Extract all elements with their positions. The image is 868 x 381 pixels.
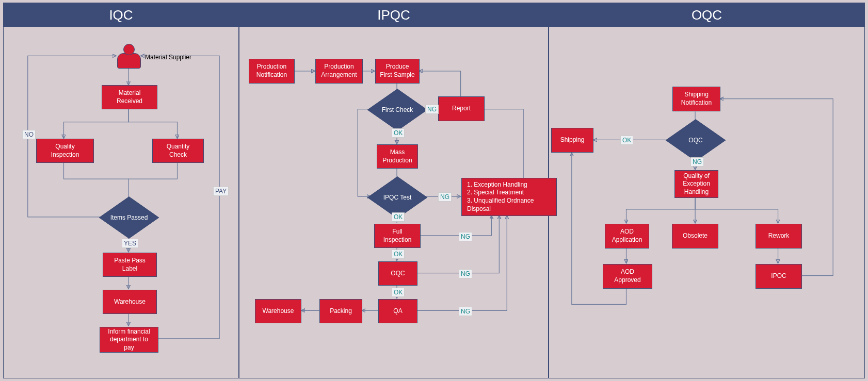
node-oqc-ipqc: OQC: [378, 261, 417, 286]
swimlane-oqc: OQC Shipping Notification OQC Shipping: [549, 3, 865, 378]
swimlane-iqc-header: IQC: [4, 3, 238, 27]
node-report: Report: [438, 96, 485, 121]
node-warehouse-iqc: Warehouse: [103, 290, 157, 314]
node-items-passed: Items Passed: [103, 202, 155, 233]
actor-material-supplier-label: Material Supplier: [145, 54, 191, 61]
node-produce-first-sample: Produce First Sample: [375, 59, 420, 84]
edge-ipqc-test-ng: NG: [438, 192, 452, 202]
edge-label-yes: YES: [122, 239, 138, 248]
swimlane-oqc-header: OQC: [549, 3, 864, 27]
node-warehouse-ipqc: Warehouse: [255, 299, 301, 323]
node-exception-handling: 1. Exception Handling 2. Special Treatme…: [461, 178, 557, 216]
swimlane-ipqc-header: IPQC: [239, 3, 548, 27]
node-ipqc-test: IPQC Test: [372, 182, 423, 213]
edge-ipqc-test-ok: OK: [392, 212, 405, 222]
node-quantity-check: Quantity Check: [152, 139, 204, 163]
edge-label-no: NO: [22, 130, 36, 139]
node-mass-production: Mass Production: [377, 144, 418, 169]
swimlane-iqc: IQC Material Supplier Material Received: [3, 3, 239, 378]
edge-label-pay: PAY: [213, 187, 229, 196]
node-paste-pass-label: Paste Pass Label: [103, 253, 157, 277]
node-oqc-decision: OQC: [670, 125, 721, 156]
node-inform-pay: Inform financial department to pay: [100, 327, 158, 353]
node-aod-application: AOD Application: [605, 224, 649, 249]
node-obsolete: Obsolete: [672, 224, 718, 249]
edge-oqc-ng: NG: [459, 269, 472, 278]
node-ipoc: IPOC: [756, 264, 802, 289]
swimlane-ipqc: IPQC Producti: [239, 3, 549, 378]
node-production-notification: Production Notification: [249, 59, 295, 84]
node-qa: QA: [378, 299, 417, 323]
node-quality-inspection: Quality Inspection: [36, 139, 94, 163]
edge-full-insp-ng: NG: [459, 232, 472, 241]
edge-full-insp-ok: OK: [392, 250, 405, 259]
oqc-arrows: [549, 27, 864, 378]
node-quality-exception: Quality of Exception Handling: [674, 170, 718, 198]
edge-qa-ng: NG: [459, 307, 472, 316]
edge-oqc-ok: OK: [620, 136, 633, 145]
node-shipping-notification: Shipping Notification: [672, 87, 720, 111]
node-packing: Packing: [319, 299, 362, 323]
node-first-check: First Check: [372, 94, 423, 125]
edge-oqc-ng: NG: [690, 157, 704, 167]
node-full-inspection: Full Inspection: [374, 224, 421, 248]
edge-first-check-ng: NG: [425, 105, 439, 114]
node-shipping: Shipping: [551, 128, 593, 153]
node-aod-approved: AOD Approved: [603, 264, 652, 289]
node-material-received: Material Received: [102, 85, 157, 109]
edge-first-check-ok: OK: [392, 128, 405, 138]
node-rework: Rework: [756, 224, 802, 249]
node-production-arrangement: Production Arrangement: [315, 59, 363, 84]
edge-oqc-ok: OK: [392, 288, 405, 297]
